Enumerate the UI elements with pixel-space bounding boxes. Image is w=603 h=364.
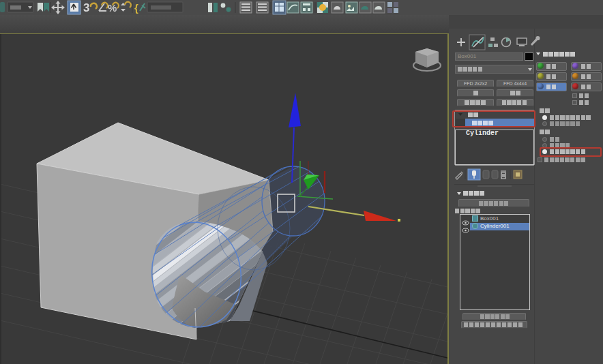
svg-text:{: { — [134, 2, 138, 14]
svg-text:3: 3 — [83, 1, 89, 14]
